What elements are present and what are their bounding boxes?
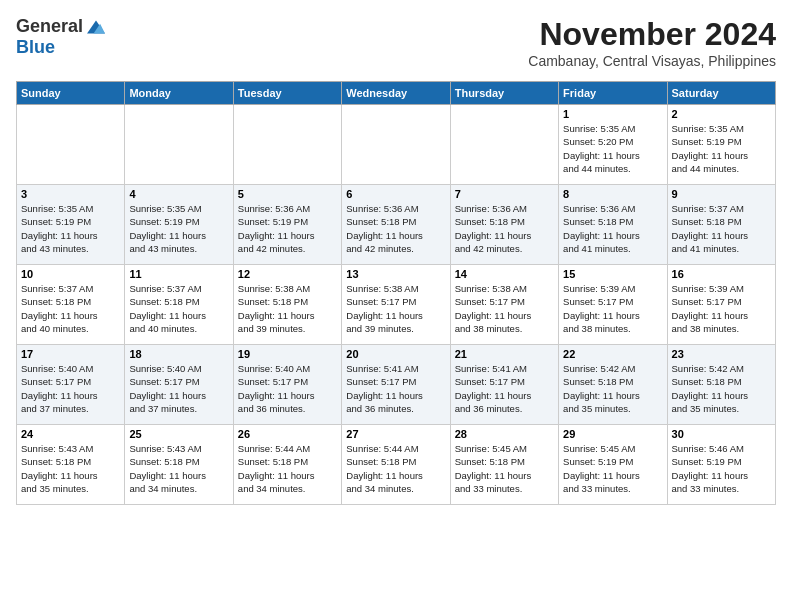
day-info: Sunrise: 5:38 AM Sunset: 5:18 PM Dayligh… <box>238 282 337 335</box>
logo-general-text: General <box>16 16 83 37</box>
day-info: Sunrise: 5:43 AM Sunset: 5:18 PM Dayligh… <box>129 442 228 495</box>
day-number: 14 <box>455 268 554 280</box>
day-info: Sunrise: 5:45 AM Sunset: 5:18 PM Dayligh… <box>455 442 554 495</box>
day-number: 7 <box>455 188 554 200</box>
calendar-cell: 2Sunrise: 5:35 AM Sunset: 5:19 PM Daylig… <box>667 105 775 185</box>
day-info: Sunrise: 5:38 AM Sunset: 5:17 PM Dayligh… <box>455 282 554 335</box>
calendar-cell: 6Sunrise: 5:36 AM Sunset: 5:18 PM Daylig… <box>342 185 450 265</box>
day-info: Sunrise: 5:40 AM Sunset: 5:17 PM Dayligh… <box>21 362 120 415</box>
day-number: 19 <box>238 348 337 360</box>
weekday-header: Sunday <box>17 82 125 105</box>
day-number: 8 <box>563 188 662 200</box>
day-number: 15 <box>563 268 662 280</box>
day-number: 30 <box>672 428 771 440</box>
calendar-cell <box>125 105 233 185</box>
calendar-cell <box>342 105 450 185</box>
day-info: Sunrise: 5:39 AM Sunset: 5:17 PM Dayligh… <box>563 282 662 335</box>
calendar-cell: 23Sunrise: 5:42 AM Sunset: 5:18 PM Dayli… <box>667 345 775 425</box>
calendar-cell: 28Sunrise: 5:45 AM Sunset: 5:18 PM Dayli… <box>450 425 558 505</box>
weekday-header: Friday <box>559 82 667 105</box>
day-number: 2 <box>672 108 771 120</box>
calendar-table: SundayMondayTuesdayWednesdayThursdayFrid… <box>16 81 776 505</box>
day-info: Sunrise: 5:40 AM Sunset: 5:17 PM Dayligh… <box>238 362 337 415</box>
day-info: Sunrise: 5:42 AM Sunset: 5:18 PM Dayligh… <box>563 362 662 415</box>
calendar-week-row: 10Sunrise: 5:37 AM Sunset: 5:18 PM Dayli… <box>17 265 776 345</box>
calendar-cell: 22Sunrise: 5:42 AM Sunset: 5:18 PM Dayli… <box>559 345 667 425</box>
calendar-cell: 24Sunrise: 5:43 AM Sunset: 5:18 PM Dayli… <box>17 425 125 505</box>
calendar-cell: 10Sunrise: 5:37 AM Sunset: 5:18 PM Dayli… <box>17 265 125 345</box>
calendar-header-row: SundayMondayTuesdayWednesdayThursdayFrid… <box>17 82 776 105</box>
calendar-cell: 5Sunrise: 5:36 AM Sunset: 5:19 PM Daylig… <box>233 185 341 265</box>
month-title: November 2024 <box>528 16 776 53</box>
day-number: 23 <box>672 348 771 360</box>
day-number: 10 <box>21 268 120 280</box>
day-number: 29 <box>563 428 662 440</box>
day-info: Sunrise: 5:36 AM Sunset: 5:18 PM Dayligh… <box>346 202 445 255</box>
day-info: Sunrise: 5:35 AM Sunset: 5:20 PM Dayligh… <box>563 122 662 175</box>
page-header: General Blue November 2024 Cambanay, Cen… <box>16 16 776 69</box>
calendar-cell: 11Sunrise: 5:37 AM Sunset: 5:18 PM Dayli… <box>125 265 233 345</box>
day-number: 28 <box>455 428 554 440</box>
calendar-week-row: 3Sunrise: 5:35 AM Sunset: 5:19 PM Daylig… <box>17 185 776 265</box>
weekday-header: Saturday <box>667 82 775 105</box>
day-info: Sunrise: 5:36 AM Sunset: 5:18 PM Dayligh… <box>455 202 554 255</box>
day-info: Sunrise: 5:46 AM Sunset: 5:19 PM Dayligh… <box>672 442 771 495</box>
day-number: 24 <box>21 428 120 440</box>
day-number: 25 <box>129 428 228 440</box>
calendar-cell: 7Sunrise: 5:36 AM Sunset: 5:18 PM Daylig… <box>450 185 558 265</box>
calendar-cell: 19Sunrise: 5:40 AM Sunset: 5:17 PM Dayli… <box>233 345 341 425</box>
day-number: 9 <box>672 188 771 200</box>
day-number: 4 <box>129 188 228 200</box>
day-number: 20 <box>346 348 445 360</box>
day-number: 27 <box>346 428 445 440</box>
logo-blue-text: Blue <box>16 37 55 57</box>
day-number: 18 <box>129 348 228 360</box>
day-number: 1 <box>563 108 662 120</box>
calendar-week-row: 17Sunrise: 5:40 AM Sunset: 5:17 PM Dayli… <box>17 345 776 425</box>
day-info: Sunrise: 5:44 AM Sunset: 5:18 PM Dayligh… <box>346 442 445 495</box>
calendar-cell <box>233 105 341 185</box>
day-number: 11 <box>129 268 228 280</box>
day-info: Sunrise: 5:42 AM Sunset: 5:18 PM Dayligh… <box>672 362 771 415</box>
calendar-week-row: 1Sunrise: 5:35 AM Sunset: 5:20 PM Daylig… <box>17 105 776 185</box>
calendar-cell: 17Sunrise: 5:40 AM Sunset: 5:17 PM Dayli… <box>17 345 125 425</box>
day-number: 17 <box>21 348 120 360</box>
calendar-cell: 13Sunrise: 5:38 AM Sunset: 5:17 PM Dayli… <box>342 265 450 345</box>
calendar-cell: 25Sunrise: 5:43 AM Sunset: 5:18 PM Dayli… <box>125 425 233 505</box>
day-number: 5 <box>238 188 337 200</box>
day-info: Sunrise: 5:38 AM Sunset: 5:17 PM Dayligh… <box>346 282 445 335</box>
calendar-cell: 15Sunrise: 5:39 AM Sunset: 5:17 PM Dayli… <box>559 265 667 345</box>
calendar-cell: 4Sunrise: 5:35 AM Sunset: 5:19 PM Daylig… <box>125 185 233 265</box>
calendar-cell <box>450 105 558 185</box>
calendar-cell: 20Sunrise: 5:41 AM Sunset: 5:17 PM Dayli… <box>342 345 450 425</box>
day-info: Sunrise: 5:43 AM Sunset: 5:18 PM Dayligh… <box>21 442 120 495</box>
calendar-cell: 18Sunrise: 5:40 AM Sunset: 5:17 PM Dayli… <box>125 345 233 425</box>
weekday-header: Monday <box>125 82 233 105</box>
day-info: Sunrise: 5:37 AM Sunset: 5:18 PM Dayligh… <box>129 282 228 335</box>
day-number: 13 <box>346 268 445 280</box>
calendar-week-row: 24Sunrise: 5:43 AM Sunset: 5:18 PM Dayli… <box>17 425 776 505</box>
day-info: Sunrise: 5:37 AM Sunset: 5:18 PM Dayligh… <box>21 282 120 335</box>
weekday-header: Wednesday <box>342 82 450 105</box>
weekday-header: Thursday <box>450 82 558 105</box>
calendar-cell <box>17 105 125 185</box>
day-number: 21 <box>455 348 554 360</box>
day-info: Sunrise: 5:35 AM Sunset: 5:19 PM Dayligh… <box>129 202 228 255</box>
calendar-cell: 29Sunrise: 5:45 AM Sunset: 5:19 PM Dayli… <box>559 425 667 505</box>
location-title: Cambanay, Central Visayas, Philippines <box>528 53 776 69</box>
day-info: Sunrise: 5:40 AM Sunset: 5:17 PM Dayligh… <box>129 362 228 415</box>
calendar-cell: 8Sunrise: 5:36 AM Sunset: 5:18 PM Daylig… <box>559 185 667 265</box>
day-info: Sunrise: 5:41 AM Sunset: 5:17 PM Dayligh… <box>455 362 554 415</box>
calendar-cell: 1Sunrise: 5:35 AM Sunset: 5:20 PM Daylig… <box>559 105 667 185</box>
day-info: Sunrise: 5:37 AM Sunset: 5:18 PM Dayligh… <box>672 202 771 255</box>
day-number: 22 <box>563 348 662 360</box>
calendar-cell: 27Sunrise: 5:44 AM Sunset: 5:18 PM Dayli… <box>342 425 450 505</box>
calendar-cell: 14Sunrise: 5:38 AM Sunset: 5:17 PM Dayli… <box>450 265 558 345</box>
day-info: Sunrise: 5:45 AM Sunset: 5:19 PM Dayligh… <box>563 442 662 495</box>
calendar-cell: 26Sunrise: 5:44 AM Sunset: 5:18 PM Dayli… <box>233 425 341 505</box>
weekday-header: Tuesday <box>233 82 341 105</box>
day-info: Sunrise: 5:41 AM Sunset: 5:17 PM Dayligh… <box>346 362 445 415</box>
calendar-cell: 3Sunrise: 5:35 AM Sunset: 5:19 PM Daylig… <box>17 185 125 265</box>
title-area: November 2024 Cambanay, Central Visayas,… <box>528 16 776 69</box>
day-number: 6 <box>346 188 445 200</box>
